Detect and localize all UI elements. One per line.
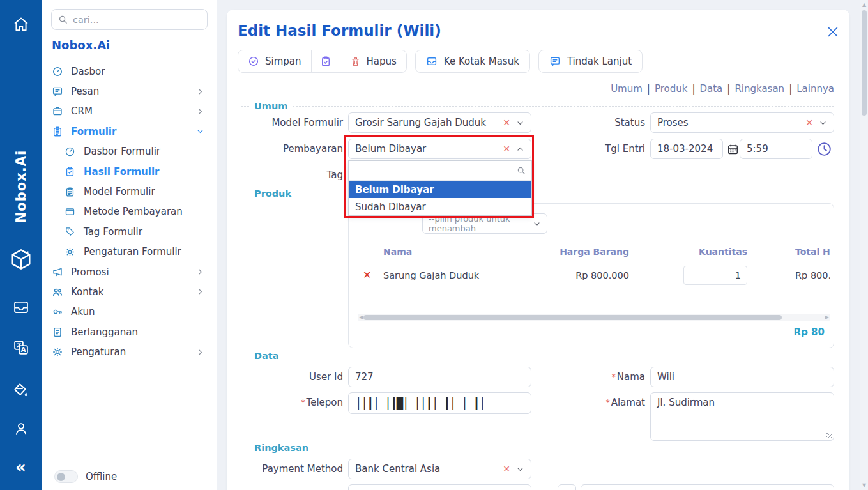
horizontal-scrollbar[interactable]: ◀ ▶ [358,314,830,321]
quantity-input[interactable] [683,266,747,285]
sidebar-item-kontak[interactable]: Kontak [42,282,217,302]
user-id-input[interactable]: 727 [348,367,531,387]
offline-label: Offline [86,471,117,482]
user-id-label: User Id [227,367,343,387]
chevron-down-icon[interactable] [819,119,827,127]
cutoff-input-small[interactable] [558,484,576,490]
search-input[interactable] [73,15,201,25]
inbox-icon[interactable] [12,298,30,316]
sidebar-brand: Nobox.Ai [52,38,110,52]
sidebar-menu: Dasbor Pesan CRM Formulir Dasbor Formuli… [42,61,217,362]
translate-icon[interactable]: A [12,339,30,356]
chevron-down-icon[interactable] [533,220,541,228]
sidebar-item-dasbor[interactable]: Dasbor [42,61,217,81]
cube-logo-icon[interactable] [8,246,34,273]
toolbar: Simpan Hapus Ke Kotak Masuk T [238,50,643,73]
sidebar-item-pesan[interactable]: Pesan [42,81,217,101]
dropdown-search-input[interactable] [354,165,517,176]
sidebar-item-pengaturan-formulir[interactable]: Pengaturan Formulir [42,242,217,262]
left-rail: Nobox.Ai A « [0,0,42,490]
product-grand-total: Rp 80 [794,326,825,338]
chevron-right-icon [196,107,204,116]
close-icon[interactable] [826,25,840,39]
cutoff-input-right[interactable] [581,484,834,490]
clear-icon[interactable]: ✕ [503,118,510,128]
paint-bucket-icon[interactable] [11,381,31,400]
megaphone-icon [52,266,63,278]
tgl-entri-date-input[interactable]: 18-03-2024 [650,139,723,159]
pembayaran-label: Pembayaran [227,139,343,159]
scrollbar-thumb[interactable] [363,315,782,320]
section-legend-data: Data [241,351,834,361]
telepon-input[interactable]: ││┃│ │┃█│ ││┃│ ┃│ │ ┃│ [348,392,531,414]
clipboard-list-icon [52,126,63,137]
clear-icon[interactable]: ✕ [503,464,510,474]
follow-up-button[interactable]: Tindak Lanjut [538,50,643,73]
sidebar-item-promosi[interactable]: Promosi [42,262,217,282]
to-inbox-button[interactable]: Ke Kotak Masuk [415,50,530,73]
save-button-group: Simpan Hapus [238,50,407,73]
home-icon[interactable] [12,15,30,33]
sidebar-item-dasbor-formulir[interactable]: Dasbor Formulir [42,142,217,162]
alamat-textarea[interactable]: Jl. Sudirman [650,392,834,441]
tab-ringkasan[interactable]: Ringkasan [735,83,784,95]
section-legend-ringkasan: Ringkasan [241,443,834,453]
dashboard-icon [52,66,63,77]
cutoff-input-left[interactable] [348,484,531,490]
chevron-up-icon[interactable] [516,145,524,153]
payment-method-label: Payment Method [227,459,343,479]
sidebar-item-crm[interactable]: CRM [42,102,217,121]
dropdown-option-belum-dibayar[interactable]: Belum Dibayar [349,181,531,198]
sidebar-item-formulir[interactable]: Formulir [42,121,217,141]
chevron-down-icon[interactable] [516,465,524,473]
sidebar-item-berlangganan[interactable]: Berlangganan [42,322,217,342]
sidebar-item-pengaturan[interactable]: Pengaturan [42,342,217,362]
tab-produk[interactable]: Produk [655,83,688,95]
sidebar-item-metode-pembayaran[interactable]: Metode Pembayaran [42,202,217,222]
clock-icon[interactable] [816,141,832,157]
message-icon [52,86,63,97]
sidebar-item-akun[interactable]: Akun [42,302,217,322]
collapse-sidebar-icon[interactable]: « [15,459,26,475]
user-icon[interactable] [12,420,30,438]
scrollbar-thumb[interactable] [862,10,867,116]
credit-card-icon [65,206,76,217]
nama-input[interactable]: Wili [650,367,834,387]
add-product-select[interactable]: --pilih produk untuk menambah-- [422,213,547,234]
clear-icon[interactable]: ✕ [805,118,813,128]
tgl-entri-time-input[interactable]: 5:59 [740,139,812,159]
sidebar-item-model-formulir[interactable]: Model Formulir [42,181,217,201]
payment-method-select[interactable]: Bank Central Asia ✕ [348,459,531,479]
save-button[interactable]: Simpan [238,50,311,72]
barcode-text: ││┃│ │┃█│ ││┃│ ┃│ │ ┃│ [355,397,524,410]
remove-row-icon[interactable]: ✕ [363,269,371,281]
tab-umum[interactable]: Umum [611,83,643,95]
delete-button[interactable]: Hapus [340,50,406,72]
offline-row: Offline [54,470,117,483]
section-tabs: Umum | Produk | Data | Ringkasan | Lainn… [611,83,834,95]
offline-toggle[interactable] [54,470,78,483]
sidebar-item-tag-formulir[interactable]: Tag Formulir [42,222,217,241]
clipboard-check-icon [65,166,76,178]
pembayaran-select[interactable]: Belum Dibayar ✕ [348,139,531,159]
main-area: Edit Hasil Formulir (Wili) Simpan Hapus [217,0,868,490]
chevron-right-icon [196,88,204,96]
tab-lainnya[interactable]: Lainnya [796,83,834,95]
model-formulir-select[interactable]: Grosir Sarung Gajah Duduk ✕ [348,112,531,133]
dropdown-search[interactable] [349,161,531,181]
section-legend-umum: Umum [241,101,834,111]
sidebar-item-hasil-formulir[interactable]: Hasil Formulir [42,162,217,181]
vertical-scrollbar[interactable]: ▲ ▼ [860,0,868,490]
clipboard-check-icon [320,56,331,67]
search-icon [517,166,526,175]
save-template-button[interactable] [311,50,340,72]
dropdown-option-sudah-dibayar[interactable]: Sudah Dibayar [349,198,531,215]
status-select[interactable]: Proses ✕ [650,112,834,133]
telepon-label: *Telepon [227,392,343,413]
tab-data[interactable]: Data [699,83,722,95]
clear-icon[interactable]: ✕ [503,144,510,154]
resize-handle[interactable] [826,433,832,438]
sidebar-search[interactable] [51,9,208,30]
chevron-down-icon[interactable] [516,119,524,127]
calendar-icon[interactable] [727,143,739,155]
